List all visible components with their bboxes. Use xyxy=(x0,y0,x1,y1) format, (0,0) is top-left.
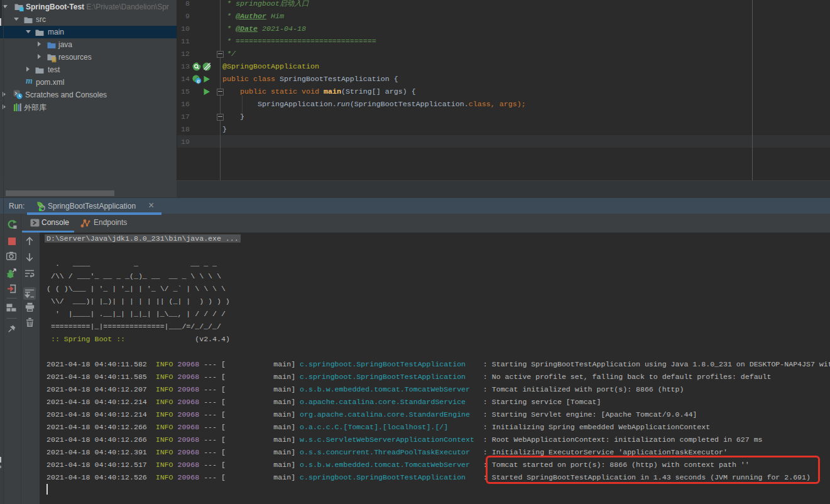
svg-text:e: e xyxy=(197,78,200,84)
